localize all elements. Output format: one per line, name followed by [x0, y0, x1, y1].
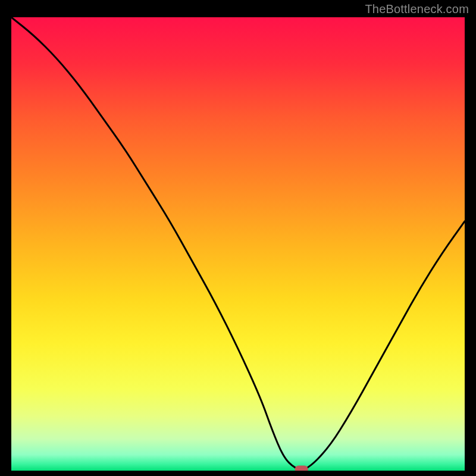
minimum-marker: [295, 466, 308, 471]
bottleneck-chart: [11, 17, 465, 471]
chart-frame: TheBottleneck.com: [0, 0, 476, 476]
plot-area: [11, 17, 465, 471]
attribution-label: TheBottleneck.com: [365, 2, 469, 16]
